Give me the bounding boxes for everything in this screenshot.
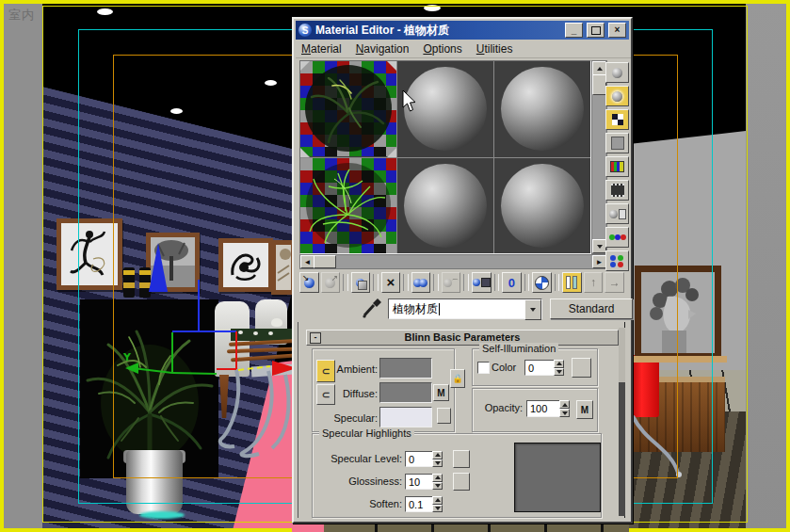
backlight-button[interactable] — [605, 86, 629, 106]
opacity-map-button[interactable]: M — [576, 400, 593, 419]
specular-label: Specular: — [327, 412, 378, 424]
padlock-icon: 🔒 — [452, 374, 462, 383]
scroll-thumb[interactable] — [314, 255, 336, 268]
sample-slots-grid — [299, 60, 591, 254]
pot-highlight — [139, 511, 185, 519]
menubar: Material Navigation Options Utilities — [296, 40, 631, 58]
picture-sill — [631, 356, 727, 363]
ambient-color-swatch[interactable] — [379, 358, 432, 379]
material-slot-active-plant[interactable] — [300, 61, 396, 157]
specular-level-spinner[interactable] — [432, 451, 443, 467]
scene-right-wall-column — [746, 4, 786, 528]
color-bars-icon — [610, 161, 624, 172]
scroll-left-button[interactable]: ◄ — [300, 255, 314, 268]
slots-horizontal-scrollbar[interactable]: ◄ ► — [299, 254, 607, 269]
pick-material-eyedropper-icon[interactable] — [362, 298, 382, 318]
3dsmax-viewport[interactable]: 室内 — [0, 0, 790, 532]
scroll-right-button[interactable]: ► — [592, 255, 606, 268]
go-forward-to-sibling-button[interactable]: → — [605, 272, 624, 293]
rollout-header-blinn-basic-parameters[interactable]: - Blinn Basic Parameters — [306, 330, 619, 346]
active-slot-corner — [300, 61, 310, 71]
self-illumination-spinner[interactable] — [554, 360, 564, 376]
material-id-channel-button[interactable]: 0 — [502, 272, 522, 293]
material-slot[interactable] — [494, 158, 590, 254]
self-illumination-value-field[interactable]: 0 — [524, 360, 557, 376]
soften-spinner[interactable] — [432, 496, 443, 512]
scroll-down-button[interactable] — [592, 239, 606, 253]
material-name-dropdown-button[interactable] — [524, 299, 541, 320]
maximize-icon — [591, 26, 601, 35]
self-illumination-color-label: Color — [492, 362, 522, 373]
make-material-copy-button[interactable] — [411, 272, 431, 293]
diffuse-color-swatch[interactable] — [379, 382, 432, 403]
make-unique-icon — [443, 279, 452, 287]
specular-level-map-button[interactable] — [453, 450, 470, 468]
viewport-label: 室内 — [8, 7, 35, 24]
scroll-thumb[interactable] — [592, 74, 606, 95]
menu-material[interactable]: Material — [301, 42, 342, 56]
select-by-material-button[interactable] — [605, 227, 629, 248]
sample-uv-tiling-button[interactable] — [605, 133, 629, 153]
self-illumination-map-button[interactable] — [572, 358, 591, 378]
self-illumination-title: Self-Illumination — [479, 343, 558, 354]
chrome-tube-leg — [629, 414, 695, 480]
material-slot-wire-plant[interactable] — [300, 158, 396, 254]
make-preview-button[interactable] — [605, 180, 629, 201]
window-title: Material Editor - 植物材质 — [315, 23, 561, 39]
specular-color-swatch[interactable] — [379, 407, 432, 427]
make-unique-button[interactable]: ⌒ — [442, 272, 461, 293]
text-caret — [439, 303, 440, 315]
go-to-parent-button[interactable]: ↑ — [584, 272, 604, 293]
opacity-value-field[interactable]: 100 — [526, 400, 563, 417]
material-name-input[interactable]: 植物材质 — [388, 298, 542, 319]
close-button[interactable]: × — [608, 23, 626, 38]
backlight-icon — [612, 91, 622, 102]
show-map-in-viewport-button[interactable] — [532, 272, 552, 293]
background-button[interactable] — [605, 109, 629, 130]
rollout-scrollbar-thumb[interactable] — [619, 328, 625, 382]
glossiness-spinner[interactable] — [432, 474, 443, 490]
put-to-library-button[interactable] — [472, 272, 492, 293]
material-slot[interactable] — [397, 158, 493, 254]
reset-map-button[interactable]: × — [381, 272, 401, 293]
assign-material-to-selection-button[interactable] — [351, 272, 371, 293]
get-material-button[interactable]: ↘ — [299, 272, 319, 293]
sample-type-button[interactable] — [605, 62, 629, 83]
glossiness-map-button[interactable] — [453, 473, 470, 491]
lock-maps-padlock-button[interactable]: 🔒 — [450, 369, 465, 388]
menu-utilities[interactable]: Utilities — [476, 42, 513, 56]
material-name-row: 植物材质 Standard — [299, 298, 627, 318]
menu-options[interactable]: Options — [423, 42, 461, 56]
titlebar[interactable]: S Material Editor - 植物材质 _ × — [296, 21, 629, 40]
glossiness-label: Glossiness: — [317, 476, 402, 487]
video-color-check-button[interactable] — [605, 156, 629, 177]
go-to-sibling-icon: → — [609, 276, 621, 289]
rollout-scrollbar[interactable] — [619, 328, 625, 516]
diffuse-map-button[interactable]: M — [433, 384, 449, 401]
opacity-spinner[interactable] — [559, 400, 570, 417]
side-toolbar — [605, 62, 628, 271]
material-map-navigator-button[interactable] — [605, 250, 629, 271]
ceiling-light-blob — [424, 5, 441, 11]
scroll-up-button[interactable] — [592, 61, 606, 75]
reset-x-icon: × — [387, 278, 395, 287]
options-button[interactable] — [605, 203, 629, 224]
select-by-material-icon — [609, 234, 615, 240]
maximize-button[interactable] — [587, 23, 605, 38]
minimize-button[interactable]: _ — [565, 23, 583, 38]
lock-diffuse-specular-button[interactable]: ⊂ — [316, 384, 335, 405]
self-illumination-color-checkbox[interactable] — [477, 362, 490, 374]
show-end-result-button[interactable] — [562, 272, 582, 293]
ambient-label: Ambient: — [334, 363, 378, 375]
plant-pot — [126, 450, 183, 514]
material-editor-window[interactable]: S Material Editor - 植物材质 _ × Material Na… — [292, 17, 633, 524]
put-material-to-scene-button[interactable]: ↗ — [321, 272, 341, 293]
rollout-panel: - Blinn Basic Parameters ⊂ ⊂ Ambient: Di… — [298, 322, 625, 518]
material-type-button[interactable]: Standard — [550, 298, 633, 319]
lock-ambient-diffuse-button[interactable]: ⊂ — [316, 360, 335, 382]
menu-navigation[interactable]: Navigation — [356, 42, 410, 56]
show-end-result-icon — [566, 276, 571, 289]
collapse-icon[interactable]: - — [310, 332, 321, 344]
specular-map-button[interactable] — [437, 408, 451, 424]
material-slot[interactable] — [494, 61, 590, 157]
